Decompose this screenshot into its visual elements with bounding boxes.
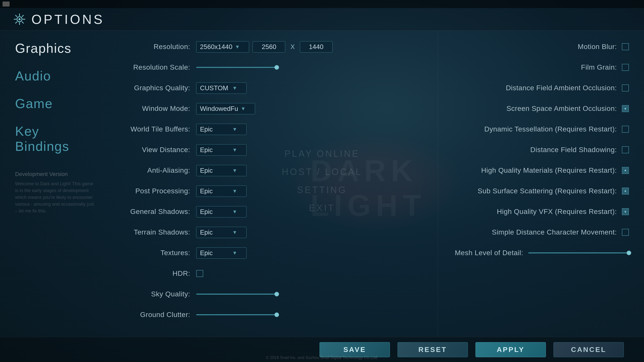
page-title: OPTIONS	[31, 12, 104, 27]
window-close-button[interactable]	[3, 2, 10, 7]
ground-clutter-slider[interactable]	[196, 314, 277, 315]
dynamic-tess-checkbox[interactable]	[622, 126, 629, 133]
hq-materials-checkbox[interactable]	[622, 167, 629, 174]
screen-space-ao-checkbox[interactable]	[622, 105, 629, 112]
terrain-shadows-label: Terrain Shadows:	[111, 228, 196, 236]
view-distance-control: Epic ▼	[196, 144, 247, 156]
dropdown-arrow-icon: ▼	[232, 126, 237, 132]
screen-space-ao-label: Screen Space Ambient Occlusion:	[506, 105, 617, 113]
hdr-row: HDR:	[111, 267, 423, 280]
resolution-scale-label: Resolution Scale:	[111, 63, 196, 71]
dev-version-section: Development Version Welcome to Dark and …	[15, 171, 96, 214]
svg-point-1	[19, 18, 21, 20]
window-mode-label: Window Mode:	[111, 105, 196, 113]
subsurface-scatter-label: Sub Surface Scattering (Requires Restart…	[478, 187, 617, 195]
resolution-scale-fill	[196, 67, 277, 68]
distance-field-ao-checkbox[interactable]	[622, 84, 629, 92]
terrain-shadows-dropdown[interactable]: Epic ▼	[196, 227, 247, 238]
dropdown-arrow-icon: ▼	[241, 106, 246, 112]
general-shadows-control: Epic ▼	[196, 206, 247, 217]
svg-line-7	[22, 22, 24, 23]
dev-version-text: Welcome to Dark and Light! This game is …	[15, 180, 96, 214]
graphics-quality-dropdown[interactable]: CUSTOM ▼	[196, 82, 247, 94]
sky-quality-row: Sky Quality:	[111, 288, 423, 300]
svg-line-6	[15, 15, 17, 17]
general-shadows-label: General Shadows:	[111, 208, 196, 216]
hq-materials-row: High Quality Materials (Requires Restart…	[443, 164, 629, 176]
mesh-lod-label: Mesh Level of Detail:	[455, 249, 523, 257]
ground-clutter-fill	[196, 314, 277, 315]
textures-dropdown[interactable]: Epic ▼	[196, 247, 247, 259]
ground-clutter-thumb[interactable]	[274, 312, 279, 317]
resolution-label: Resolution:	[111, 43, 196, 51]
view-distance-dropdown[interactable]: Epic ▼	[196, 144, 247, 156]
copyright-text: © 2018 Snail Inc. and Suzhou Snail Digit…	[266, 355, 378, 360]
resolution-dropdown[interactable]: 644x362 ▼	[196, 41, 249, 53]
hq-materials-label: High Quality Materials (Requires Restart…	[481, 166, 617, 174]
subsurface-scatter-checkbox[interactable]	[622, 188, 629, 195]
resolution-width-input[interactable]	[253, 41, 285, 53]
top-bar	[0, 0, 644, 8]
sidebar: Graphics Audio Game Key Bindings	[0, 31, 96, 166]
view-distance-row: View Distance: Epic ▼	[111, 144, 423, 156]
world-tile-buffers-label: World Tile Buffers:	[111, 125, 196, 133]
post-processing-label: Post Processing:	[111, 187, 196, 195]
settings-right-panel: Motion Blur: Film Grain: Distance Field …	[438, 31, 644, 337]
anti-aliasing-label: Anti-Aliasing:	[111, 166, 196, 174]
header: OPTIONS	[0, 8, 644, 31]
sky-quality-label: Sky Quality:	[111, 290, 196, 298]
post-processing-dropdown[interactable]: Epic ▼	[196, 186, 247, 197]
mesh-lod-thumb[interactable]	[627, 251, 631, 255]
resolution-x-separator: X	[290, 43, 295, 51]
subsurface-scatter-row: Sub Surface Scattering (Requires Restart…	[443, 185, 629, 197]
anti-aliasing-dropdown[interactable]: Epic ▼	[196, 165, 247, 176]
terrain-shadows-control: Epic ▼	[196, 227, 247, 238]
sky-quality-thumb[interactable]	[274, 292, 279, 296]
terrain-shadows-row: Terrain Shadows: Epic ▼	[111, 226, 423, 238]
mesh-lod-slider[interactable]	[528, 252, 629, 253]
window-mode-dropdown[interactable]: WindowedFu ▼	[196, 103, 255, 114]
motion-blur-checkbox[interactable]	[622, 43, 629, 50]
reset-button[interactable]: RESET	[397, 342, 468, 357]
mesh-lod-fill	[528, 252, 629, 253]
hq-vfx-row: High Quality VFX (Requires Restart):	[443, 206, 629, 218]
hdr-checkbox[interactable]	[196, 270, 203, 277]
ground-clutter-control	[196, 314, 277, 315]
distance-field-ao-row: Distance Field Ambient Occlusion:	[443, 82, 629, 94]
anti-aliasing-control: Epic ▼	[196, 165, 247, 176]
world-tile-buffers-control: Epic ▼	[196, 124, 247, 135]
resolution-height-input[interactable]	[300, 41, 333, 53]
distance-field-shadow-row: Distance Field Shadowing:	[443, 144, 629, 156]
options-icon	[13, 12, 26, 26]
graphics-quality-control: CUSTOM ▼	[196, 82, 247, 94]
distance-field-shadow-checkbox[interactable]	[622, 146, 629, 153]
sidebar-item-graphics[interactable]: Graphics	[15, 41, 96, 56]
sidebar-item-audio[interactable]: Audio	[15, 68, 96, 83]
mesh-lod-row: Mesh Level of Detail:	[443, 247, 629, 259]
dynamic-tess-row: Dynamic Tessellation (Requires Restart):	[443, 123, 629, 135]
graphics-quality-row: Graphics Quality: CUSTOM ▼	[111, 82, 423, 94]
cancel-button[interactable]: CANCEL	[553, 342, 624, 357]
hdr-control	[196, 270, 203, 277]
sidebar-item-keybindings[interactable]: Key Bindings	[15, 124, 96, 154]
world-tile-buffers-dropdown[interactable]: Epic ▼	[196, 124, 247, 135]
simple-distance-checkbox[interactable]	[622, 229, 629, 236]
general-shadows-dropdown[interactable]: Epic ▼	[196, 206, 247, 217]
sky-quality-slider[interactable]	[196, 294, 277, 295]
dynamic-tess-label: Dynamic Tessellation (Requires Restart):	[484, 125, 617, 133]
hq-vfx-checkbox[interactable]	[622, 208, 629, 215]
save-button[interactable]: SAVE	[319, 342, 390, 357]
textures-control: Epic ▼	[196, 247, 247, 259]
ground-clutter-row: Ground Clutter:	[111, 309, 423, 321]
resolution-scale-slider[interactable]	[196, 67, 277, 68]
film-grain-row: Film Grain:	[443, 61, 629, 73]
settings-left-panel: Resolution: 644x362 ▼ X Resolution Sca…	[96, 31, 438, 337]
simple-distance-row: Simple Distance Character Movement:	[443, 226, 629, 238]
window-mode-control: WindowedFu ▼	[196, 103, 255, 114]
view-distance-label: View Distance:	[111, 146, 196, 154]
sidebar-item-game[interactable]: Game	[15, 96, 96, 111]
resolution-scale-thumb[interactable]	[274, 65, 279, 70]
motion-blur-label: Motion Blur:	[578, 43, 617, 51]
film-grain-checkbox[interactable]	[622, 64, 629, 71]
apply-button[interactable]: APPLY	[475, 342, 546, 357]
